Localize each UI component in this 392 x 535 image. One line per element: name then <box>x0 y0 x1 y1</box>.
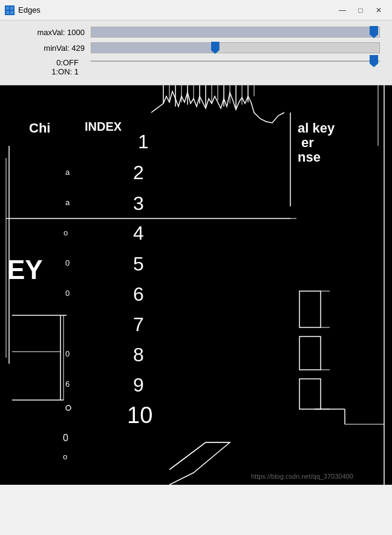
svg-text:0: 0 <box>65 258 70 268</box>
svg-text:o: o <box>63 452 67 461</box>
svg-text:8: 8 <box>133 344 144 366</box>
minval-label: minVal: 429 <box>12 44 85 53</box>
svg-text:INDEX: INDEX <box>85 120 122 133</box>
svg-rect-3 <box>10 11 13 14</box>
svg-text:6: 6 <box>133 283 144 305</box>
maxval-label: maxVal: 1000 <box>12 28 85 37</box>
mode-slider-thumb[interactable] <box>370 55 378 67</box>
svg-text:al key: al key <box>298 120 335 136</box>
mode-label1: 0:OFF <box>12 58 79 67</box>
mode-slider-track[interactable] <box>91 61 380 62</box>
mode-label2: 1:ON: 1 <box>12 67 79 76</box>
maximize-button[interactable]: □ <box>352 4 369 17</box>
maxval-slider-fill <box>91 27 373 37</box>
svg-text:0: 0 <box>63 433 68 443</box>
edge-image: Chi al key er nse INDEX 1 2 3 4 5 6 7 8 … <box>0 85 392 485</box>
svg-rect-4 <box>0 85 392 485</box>
minval-slider-track[interactable] <box>91 42 380 53</box>
svg-text:0: 0 <box>65 289 70 298</box>
app-icon <box>5 5 15 15</box>
svg-text:10: 10 <box>127 402 152 428</box>
svg-rect-0 <box>6 7 9 10</box>
svg-text:a: a <box>65 198 70 207</box>
svg-text:5: 5 <box>133 253 144 275</box>
close-button[interactable]: ✕ <box>370 4 387 17</box>
controls-panel: maxVal: 1000 minVal: 429 0:OFF 1:ON: 1 <box>0 21 392 85</box>
svg-text:2: 2 <box>133 162 144 183</box>
minval-slider-fill <box>91 43 215 53</box>
minimize-button[interactable]: — <box>334 4 351 17</box>
svg-text:nse: nse <box>298 149 321 165</box>
maxval-row: maxVal: 1000 <box>12 27 380 38</box>
window-title: Edges <box>18 5 334 15</box>
mode-row: 0:OFF 1:ON: 1 <box>12 58 380 76</box>
svg-text:o: o <box>64 228 68 237</box>
svg-text:9: 9 <box>133 374 144 396</box>
svg-text:1: 1 <box>138 131 149 153</box>
minval-row: minVal: 429 <box>12 42 380 53</box>
svg-text:6: 6 <box>65 379 70 389</box>
image-area: Chi al key er nse INDEX 1 2 3 4 5 6 7 8 … <box>0 85 392 485</box>
svg-text:7: 7 <box>133 313 144 335</box>
svg-text:a: a <box>65 168 70 177</box>
svg-text:0: 0 <box>65 349 70 358</box>
window-controls: — □ ✕ <box>334 4 387 17</box>
svg-rect-2 <box>6 11 9 14</box>
title-bar: Edges — □ ✕ <box>0 0 392 21</box>
svg-text:EY: EY <box>7 255 43 284</box>
svg-text:https://blog.csdn.net/qq_37030: https://blog.csdn.net/qq_37030400 <box>251 473 353 480</box>
svg-text:4: 4 <box>133 222 144 244</box>
svg-text:er: er <box>301 135 314 150</box>
maxval-slider-track[interactable] <box>91 27 380 38</box>
svg-text:3: 3 <box>133 192 144 214</box>
svg-text:Chi: Chi <box>29 120 50 136</box>
svg-rect-1 <box>10 7 13 10</box>
